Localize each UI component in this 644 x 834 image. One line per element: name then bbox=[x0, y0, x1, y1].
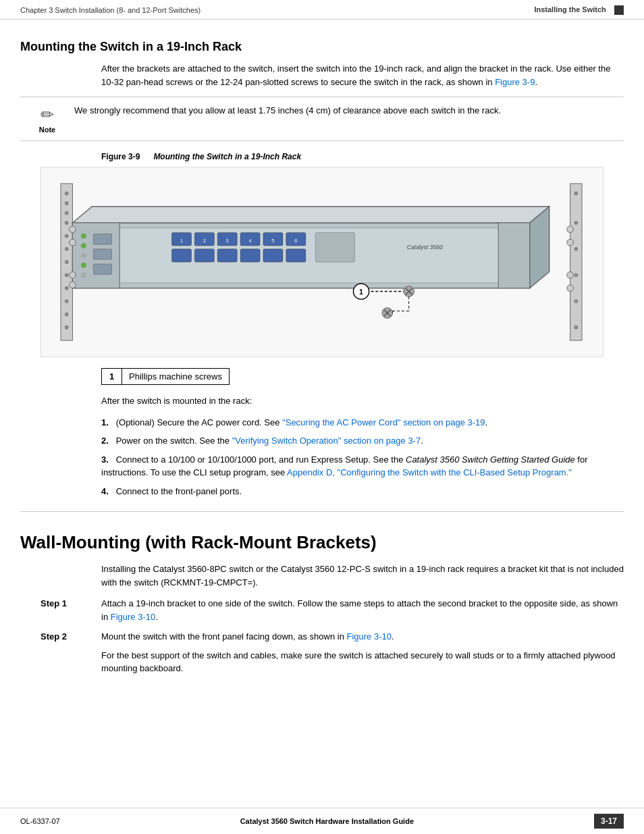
numbered-steps: 1. (Optional) Secure the AC power cord. … bbox=[101, 416, 624, 498]
pencil-icon: ✏ bbox=[41, 105, 54, 124]
svg-point-9 bbox=[65, 286, 69, 290]
svg-text:4: 4 bbox=[248, 238, 252, 244]
svg-point-2 bbox=[65, 201, 69, 205]
svg-point-3 bbox=[65, 211, 69, 215]
footer-bar: OL-6337-07 Catalyst 3560 Switch Hardware… bbox=[0, 808, 644, 834]
svg-point-68 bbox=[567, 272, 574, 279]
section1-intro-text: After the brackets are attached to the s… bbox=[101, 63, 610, 87]
svg-point-48 bbox=[81, 263, 86, 268]
figure-label: Figure 3-9 bbox=[101, 152, 140, 161]
header-left: Chapter 3 Switch Installation (8- and 12… bbox=[20, 6, 200, 14]
header-right: Installing the Switch bbox=[534, 5, 624, 15]
step-item-3: 3. Connect to a 10/100 or 10/100/1000 po… bbox=[101, 453, 624, 479]
step4-text: Connect to the front-panel ports. bbox=[116, 486, 242, 496]
svg-text:3: 3 bbox=[226, 238, 229, 244]
svg-rect-13 bbox=[570, 184, 582, 340]
svg-rect-42 bbox=[315, 233, 354, 263]
section1-title: Mounting the Switch in a 19-Inch Rack bbox=[20, 40, 624, 54]
svg-point-66 bbox=[567, 226, 574, 233]
svg-text:1: 1 bbox=[359, 288, 363, 296]
main-content: Mounting the Switch in a 19-Inch Rack Af… bbox=[0, 20, 644, 723]
step1-content: Attach a 19-inch bracket to one side of … bbox=[101, 597, 624, 623]
svg-rect-51 bbox=[93, 249, 111, 259]
step2-main-text: Mount the switch with the front panel fa… bbox=[101, 630, 624, 644]
step1-fig-link[interactable]: Figure 3-10 bbox=[111, 612, 155, 622]
svg-text:2: 2 bbox=[203, 238, 206, 244]
footer-center: Catalyst 3560 Switch Hardware Installati… bbox=[240, 817, 414, 825]
header-right-text: Installing the Switch bbox=[534, 5, 606, 14]
step3-link[interactable]: Appendix D, "Configuring the Switch with… bbox=[287, 467, 572, 477]
svg-marker-21 bbox=[72, 207, 549, 223]
table-row-num: 1 bbox=[102, 369, 122, 385]
svg-point-12 bbox=[65, 325, 69, 330]
svg-point-4 bbox=[65, 221, 69, 225]
svg-point-8 bbox=[65, 273, 69, 278]
header-bar: Chapter 3 Switch Installation (8- and 12… bbox=[0, 0, 644, 20]
svg-point-10 bbox=[65, 299, 69, 303]
section-divider bbox=[20, 511, 624, 512]
wall-step1: Step 1 Attach a 19-inch bracket to one s… bbox=[41, 597, 624, 623]
svg-text:1: 1 bbox=[180, 238, 183, 244]
svg-text:Catalyst 3560: Catalyst 3560 bbox=[407, 244, 443, 251]
note-label: Note bbox=[39, 126, 55, 134]
svg-point-19 bbox=[574, 325, 578, 330]
footer-page: 3-17 bbox=[594, 814, 624, 829]
svg-rect-38 bbox=[217, 249, 237, 262]
svg-point-11 bbox=[65, 313, 69, 317]
svg-point-46 bbox=[81, 243, 86, 249]
section1-intro: After the brackets are attached to the s… bbox=[101, 62, 624, 88]
note-icon-area: ✏ Note bbox=[20, 104, 74, 134]
after-mount-text: After the switch is mounted in the rack: bbox=[101, 394, 624, 408]
page-container: Chapter 3 Switch Installation (8- and 12… bbox=[0, 0, 644, 834]
table-row: 1 Phillips machine screws bbox=[102, 369, 230, 385]
note-box: ✏ Note We strongly recommend that you al… bbox=[20, 97, 624, 141]
svg-rect-37 bbox=[194, 249, 214, 262]
step1-label: Step 1 bbox=[41, 597, 101, 623]
svg-point-49 bbox=[81, 273, 86, 278]
step2-fig-link[interactable]: Figure 3-10 bbox=[346, 631, 391, 642]
step-num-3: 3. bbox=[101, 454, 109, 465]
step-num-4: 4. bbox=[101, 486, 109, 496]
figure-area: 1 2 3 4 5 6 Catalyst 3560 bbox=[41, 167, 603, 357]
svg-point-1 bbox=[65, 192, 69, 196]
step-num-1: 1. bbox=[101, 417, 109, 427]
svg-point-17 bbox=[574, 273, 578, 278]
svg-point-18 bbox=[574, 299, 578, 303]
svg-rect-53 bbox=[498, 223, 529, 288]
svg-point-47 bbox=[81, 253, 86, 259]
svg-point-15 bbox=[574, 221, 578, 225]
rack-diagram-svg: 1 2 3 4 5 6 Catalyst 3560 bbox=[41, 167, 603, 357]
svg-point-5 bbox=[65, 234, 69, 238]
svg-point-71 bbox=[70, 239, 76, 246]
svg-point-14 bbox=[574, 192, 578, 196]
svg-point-69 bbox=[567, 285, 574, 292]
step2-content: Mount the switch with the front panel fa… bbox=[101, 630, 624, 675]
svg-point-72 bbox=[70, 272, 76, 279]
svg-rect-50 bbox=[93, 234, 111, 244]
section2-intro: Installing the Catalyst 3560-8PC switch … bbox=[101, 563, 624, 589]
step3-text: Connect to a 10/100 or 10/100/1000 port,… bbox=[101, 454, 588, 478]
svg-text:5: 5 bbox=[271, 238, 274, 244]
step2-sub-text: For the best support of the switch and c… bbox=[101, 649, 624, 675]
step2-link[interactable]: "Verifying Switch Operation" section on … bbox=[232, 436, 421, 446]
svg-point-73 bbox=[70, 282, 76, 288]
note-text: We strongly recommend that you allow at … bbox=[74, 104, 624, 118]
svg-rect-36 bbox=[171, 249, 191, 262]
svg-point-6 bbox=[65, 247, 69, 251]
svg-rect-39 bbox=[240, 249, 260, 262]
figure-legend-table: 1 Phillips machine screws bbox=[101, 368, 230, 385]
svg-text:6: 6 bbox=[294, 238, 297, 244]
header-icon bbox=[614, 5, 624, 15]
step-num-2: 2. bbox=[101, 436, 109, 446]
svg-rect-52 bbox=[93, 264, 111, 274]
step-item-4: 4. Connect to the front-panel ports. bbox=[101, 485, 624, 498]
table-row-text: Phillips machine screws bbox=[122, 369, 230, 385]
svg-point-45 bbox=[81, 234, 86, 239]
figure3-9-link-intro[interactable]: Figure 3-9 bbox=[495, 77, 535, 87]
step1-text: (Optional) Secure the AC power cord. See… bbox=[116, 417, 488, 427]
svg-rect-41 bbox=[286, 249, 306, 262]
figure-caption: Figure 3-9 Mounting the Switch in a 19-I… bbox=[101, 152, 624, 161]
svg-point-16 bbox=[574, 247, 578, 251]
step-item-2: 2. Power on the switch. See the "Verifyi… bbox=[101, 434, 624, 448]
step1-link[interactable]: "Securing the AC Power Cord" section on … bbox=[282, 417, 485, 427]
